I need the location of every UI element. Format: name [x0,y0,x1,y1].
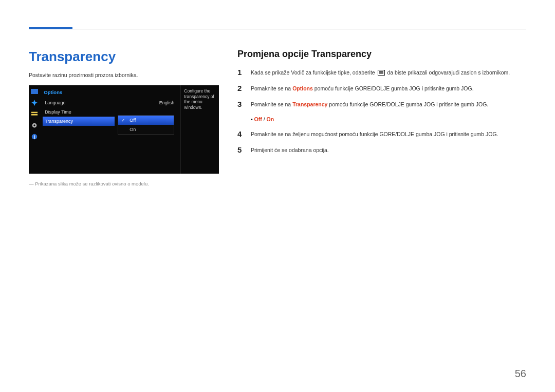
step-number: 4 [237,129,245,138]
text-fragment: da biste prikazali odgovarajući zaslon s… [386,69,510,76]
step-text: Pomaknite se na Transparency pomoću funk… [251,100,488,108]
options-bullet: Off / On [251,116,526,122]
check-icon: ✓ [121,118,126,123]
step-text: Pomaknite se na željenu mogućnost pomoću… [251,129,498,138]
gear-icon [31,122,38,128]
text-fragment: Kada se prikaže Vodič za funkcijske tipk… [251,69,377,76]
adjust-icon [31,100,38,106]
svg-rect-1 [31,112,38,114]
page-title: Transparency [29,49,223,65]
osd-help-panel: Configure the transparency of the menu w… [180,85,219,174]
option-on: On [267,116,274,122]
step-text: Kada se prikaže Vodič za funkcijske tipk… [251,68,510,77]
list-icon [31,111,38,117]
osd-row-label: Transparency [45,119,73,124]
text-fragment: pomoću funkcije GORE/DOLJE gumba JOG i p… [313,85,474,91]
step-number: 5 [237,145,245,154]
monitor-icon [31,88,38,95]
step-text: Pomaknite se na Options pomoću funkcije … [251,84,474,92]
step-3: 3 Pomaknite se na Transparency pomoću fu… [237,100,526,108]
menu-icon [378,70,385,76]
step-4: 4 Pomaknite se na željenu mogućnost pomo… [237,129,526,138]
osd-popup: ✓ Off ✓ On [118,115,174,135]
osd-row-language: Language English [43,98,176,107]
step-number: 2 [237,84,245,92]
keyword: Options [292,85,313,91]
popup-option-off: ✓ Off [118,116,174,125]
osd-row-transparency: Transparency [43,117,115,126]
step-5: 5 Primijenit će se odabrana opcija. [237,145,526,154]
section-heading: Promjena opcije Transparency [237,49,526,60]
popup-option-label: Off [130,118,136,123]
svg-point-4 [33,124,35,126]
popup-option-label: On [130,127,136,132]
osd-screenshot: i Options Language English Display Time [29,85,219,174]
step-1: 1 Kada se prikaže Vodič za funkcijske ti… [237,68,526,77]
keyword: Transparency [292,101,327,107]
step-text: Primijenit će se odabrana opcija. [251,145,329,154]
osd-row-label: Language [45,100,65,105]
header-rule [57,29,526,29]
bullet-dot [251,116,254,122]
osd-panel-title: Options [43,88,176,97]
model-footnote: Prikazana slika može se razlikovati ovis… [29,181,223,186]
osd-row-value: English [159,100,175,105]
info-icon: i [31,134,38,140]
description-text: Postavite razinu prozirnosti prozora izb… [29,72,223,78]
step-number: 1 [237,68,245,77]
osd-row-label: Display Time [45,109,71,115]
svg-marker-0 [31,100,38,106]
text-fragment: Pomaknite se na [251,101,292,107]
step-2: 2 Pomaknite se na Options pomoću funkcij… [237,84,526,92]
popup-option-on: ✓ On [118,125,174,134]
svg-text:i: i [33,135,34,140]
page-number: 56 [515,368,526,380]
separator: / [262,116,267,122]
svg-rect-2 [31,114,38,116]
step-number: 3 [237,100,245,108]
text-fragment: pomoću funkcije GORE/DOLJE gumba JOG i p… [327,101,488,107]
osd-sidebar: i [29,85,40,174]
text-fragment: Pomaknite se na [251,85,292,91]
osd-help-text: Configure the transparency of the menu w… [184,88,216,110]
option-off: Off [254,116,262,122]
